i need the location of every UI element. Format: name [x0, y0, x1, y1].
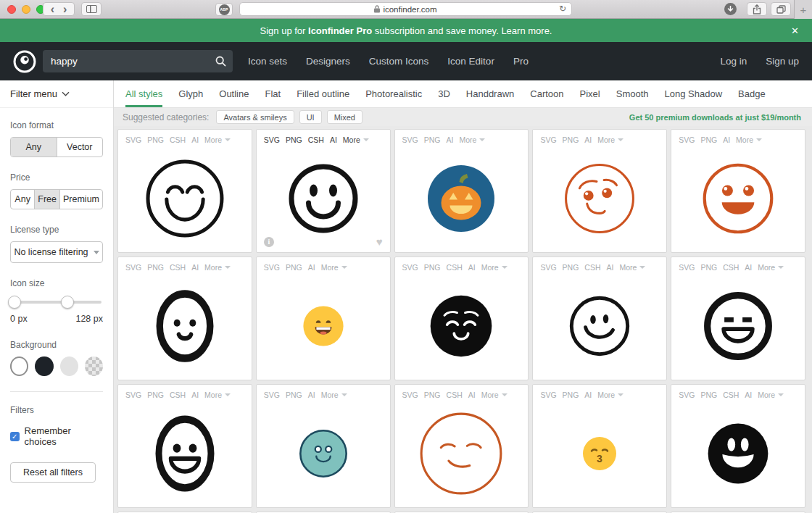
tab-handdrawn[interactable]: Handdrawn: [466, 80, 515, 107]
minimize-window-button[interactable]: [22, 5, 30, 14]
pumpkin-flat-icon[interactable]: [395, 144, 529, 252]
format-link-png[interactable]: PNG: [700, 391, 717, 399]
format-link-csh[interactable]: CSH: [584, 263, 600, 272]
format-link-svg[interactable]: SVG: [679, 263, 695, 272]
format-link-svg[interactable]: SVG: [125, 135, 141, 144]
format-link-png[interactable]: PNG: [147, 263, 164, 272]
filter-menu-toggle[interactable]: Filter menu: [0, 80, 113, 108]
format-link-png[interactable]: PNG: [563, 135, 579, 144]
tab-smooth[interactable]: Smooth: [616, 80, 649, 107]
format-link-png[interactable]: PNG: [147, 391, 164, 399]
reload-icon[interactable]: ↻: [559, 4, 566, 14]
category-pill-ui[interactable]: UI: [299, 110, 322, 124]
category-pill-mixed[interactable]: Mixed: [327, 110, 362, 124]
format-link-ai[interactable]: AI: [308, 391, 315, 399]
format-link-ai[interactable]: AI: [191, 135, 199, 144]
format-link-svg[interactable]: SVG: [125, 391, 141, 399]
more-dropdown[interactable]: More: [204, 263, 231, 272]
more-dropdown[interactable]: More: [343, 135, 369, 144]
more-dropdown[interactable]: More: [321, 263, 347, 272]
nav-item-icon-editor[interactable]: Icon Editor: [447, 56, 494, 67]
tab-glyph[interactable]: Glyph: [178, 80, 203, 107]
tab-all-styles[interactable]: All styles: [125, 80, 162, 107]
adblock-extension-button[interactable]: ABP: [215, 3, 233, 16]
format-link-ai[interactable]: AI: [468, 263, 476, 272]
sketchy-smiley-icon[interactable]: [533, 272, 666, 380]
format-link-csh[interactable]: CSH: [170, 391, 186, 399]
kiss-emoji-icon[interactable]: 3: [533, 399, 666, 507]
format-link-svg[interactable]: SVG: [402, 263, 418, 272]
reset-filters-button[interactable]: Reset all filters: [10, 462, 96, 483]
format-link-png[interactable]: PNG: [563, 263, 579, 272]
format-link-ai[interactable]: AI: [723, 135, 730, 144]
classic-smiley-icon[interactable]: [257, 144, 390, 252]
minimal-oval-icon[interactable]: [118, 272, 252, 380]
close-window-button[interactable]: [7, 5, 16, 14]
format-link-ai[interactable]: AI: [584, 391, 592, 399]
background-swatch-transparent[interactable]: [85, 356, 103, 376]
more-dropdown[interactable]: More: [204, 391, 231, 399]
search-input[interactable]: [43, 50, 233, 72]
bold-grin-icon[interactable]: [671, 272, 805, 380]
tab-outline[interactable]: Outline: [219, 80, 249, 107]
learn-more-link[interactable]: Learn more.: [501, 25, 552, 36]
format-link-csh[interactable]: CSH: [723, 391, 739, 399]
relieved-glyph-icon[interactable]: [395, 272, 529, 380]
format-link-ai[interactable]: AI: [468, 391, 476, 399]
info-icon[interactable]: i: [264, 237, 274, 247]
zen-orange-icon[interactable]: [395, 399, 529, 507]
format-link-svg[interactable]: SVG: [402, 135, 418, 144]
more-dropdown[interactable]: More: [736, 135, 762, 144]
format-link-ai[interactable]: AI: [191, 391, 199, 399]
smile-orange-filled-icon[interactable]: [671, 144, 805, 252]
more-dropdown[interactable]: More: [204, 135, 231, 144]
address-bar[interactable]: iconfinder.com ↻: [239, 2, 572, 16]
format-link-svg[interactable]: SVG: [264, 391, 280, 399]
auth-link-log-in[interactable]: Log in: [720, 56, 747, 67]
more-dropdown[interactable]: More: [481, 263, 508, 272]
heart-icon[interactable]: ♥: [376, 237, 383, 247]
auth-link-sign-up[interactable]: Sign up: [766, 56, 799, 67]
grin-emoji-icon[interactable]: [257, 272, 390, 380]
format-link-png[interactable]: PNG: [424, 263, 441, 272]
format-link-csh[interactable]: CSH: [447, 263, 463, 272]
category-pill-avatars-smileys[interactable]: Avatars & smileys: [216, 110, 294, 124]
segment-price-premium[interactable]: Premium: [60, 190, 102, 209]
segment-price-any[interactable]: Any: [11, 190, 35, 209]
tab-photorealistic[interactable]: Photorealistic: [365, 80, 422, 107]
background-swatch-white[interactable]: [10, 356, 28, 376]
share-button[interactable]: [747, 2, 767, 16]
format-link-ai[interactable]: AI: [745, 391, 752, 399]
sidebar-toggle-button[interactable]: [81, 2, 102, 16]
format-link-ai[interactable]: AI: [745, 263, 752, 272]
segment-price-free[interactable]: Free: [35, 190, 60, 209]
format-link-png[interactable]: PNG: [700, 135, 717, 144]
teal-flat-icon[interactable]: [257, 399, 390, 507]
format-link-svg[interactable]: SVG: [540, 391, 556, 399]
format-link-ai[interactable]: AI: [607, 263, 614, 272]
more-dropdown[interactable]: More: [597, 391, 624, 399]
format-link-png[interactable]: PNG: [286, 135, 302, 144]
more-dropdown[interactable]: More: [481, 391, 508, 399]
more-dropdown[interactable]: More: [597, 135, 624, 144]
format-link-svg[interactable]: SVG: [264, 263, 280, 272]
format-link-png[interactable]: PNG: [700, 263, 717, 272]
format-link-csh[interactable]: CSH: [447, 391, 463, 399]
tab-long-shadow[interactable]: Long Shadow: [665, 80, 723, 107]
oval-teeth-icon[interactable]: [118, 399, 252, 507]
more-dropdown[interactable]: More: [619, 263, 645, 272]
nav-item-pro[interactable]: Pro: [513, 56, 529, 67]
format-link-png[interactable]: PNG: [424, 135, 441, 144]
nav-item-designers[interactable]: Designers: [306, 56, 350, 67]
glyph-grin-icon[interactable]: [671, 399, 805, 507]
remember-choices-row[interactable]: ✓ Remember choices: [10, 425, 103, 447]
background-swatch-dark[interactable]: [35, 356, 53, 376]
tab-cartoon[interactable]: Cartoon: [530, 80, 563, 107]
iconfinder-logo[interactable]: [12, 49, 38, 75]
format-link-png[interactable]: PNG: [563, 391, 579, 399]
search-icon[interactable]: [215, 56, 226, 67]
outline-smile-closed-eyes-icon[interactable]: [118, 144, 252, 252]
back-icon[interactable]: ‹: [51, 4, 54, 14]
background-swatch-light-gray[interactable]: [60, 356, 78, 376]
more-dropdown[interactable]: More: [758, 263, 784, 272]
